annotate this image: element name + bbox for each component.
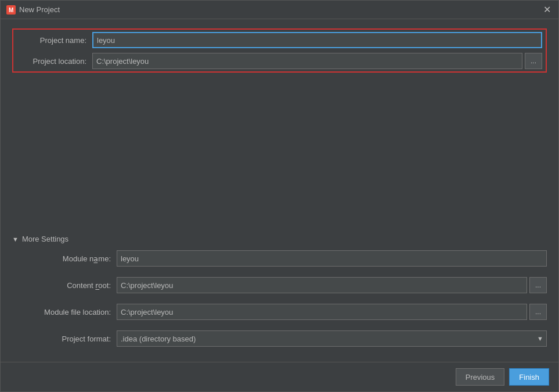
more-settings-toggle[interactable]: ▼ More Settings bbox=[12, 235, 547, 243]
project-format-select-wrapper: .idea (directory based) .ipr (file based… bbox=[117, 330, 547, 347]
more-settings-label: More Settings bbox=[22, 235, 68, 243]
module-file-location-browse-button[interactable]: ... bbox=[529, 304, 547, 320]
project-name-input[interactable] bbox=[92, 32, 542, 48]
title-bar: M New Project ✕ bbox=[1, 1, 558, 19]
content-root-label: Content r̲oot: bbox=[18, 281, 117, 290]
module-file-location-input[interactable] bbox=[117, 304, 527, 320]
dialog-content: Project name: Project location: ... ▼ Mo… bbox=[1, 19, 558, 362]
dialog-footer: Previous Finish bbox=[1, 362, 558, 391]
expand-arrow-icon: ▼ bbox=[12, 236, 19, 243]
project-name-row: Project name: bbox=[17, 32, 542, 48]
project-location-field-group: ... bbox=[92, 53, 542, 69]
module-name-label: Module na̲me: bbox=[18, 254, 117, 263]
project-location-label: Project location: bbox=[17, 57, 92, 66]
close-button[interactable]: ✕ bbox=[541, 4, 553, 16]
project-location-input[interactable] bbox=[92, 53, 522, 69]
project-name-label: Project name: bbox=[17, 36, 92, 45]
content-root-row: Content r̲oot: ... bbox=[18, 277, 547, 293]
finish-button[interactable]: Finish bbox=[509, 368, 549, 386]
module-file-location-label: Module file location: bbox=[18, 308, 117, 317]
more-settings-section: ▼ More Settings Module na̲me: Content r̲… bbox=[12, 235, 547, 353]
content-spacer bbox=[12, 80, 547, 229]
more-settings-content: Module na̲me: Content r̲oot: ... Module … bbox=[12, 250, 547, 353]
module-file-location-field-group: ... bbox=[117, 304, 547, 320]
project-format-select[interactable]: .idea (directory based) .ipr (file based… bbox=[117, 330, 547, 347]
project-location-browse-button[interactable]: ... bbox=[525, 53, 542, 69]
app-icon: M bbox=[6, 5, 16, 15]
project-format-label: Project format: bbox=[18, 335, 117, 343]
module-name-input[interactable] bbox=[117, 250, 547, 267]
project-location-row: Project location: ... bbox=[17, 53, 542, 69]
project-format-row: Project format: .idea (directory based) … bbox=[18, 330, 547, 347]
previous-button[interactable]: Previous bbox=[456, 368, 505, 386]
content-root-field-group: ... bbox=[117, 277, 547, 293]
highlighted-fields-group: Project name: Project location: ... bbox=[12, 28, 547, 73]
new-project-dialog: M New Project ✕ Project name: Project lo… bbox=[0, 0, 559, 392]
svg-text:M: M bbox=[9, 7, 13, 13]
module-file-location-row: Module file location: ... bbox=[18, 304, 547, 320]
dialog-title: New Project bbox=[19, 5, 60, 14]
content-root-input[interactable] bbox=[117, 277, 527, 293]
module-name-row: Module na̲me: bbox=[18, 250, 547, 267]
content-root-browse-button[interactable]: ... bbox=[529, 277, 547, 293]
title-bar-left: M New Project bbox=[6, 5, 60, 15]
